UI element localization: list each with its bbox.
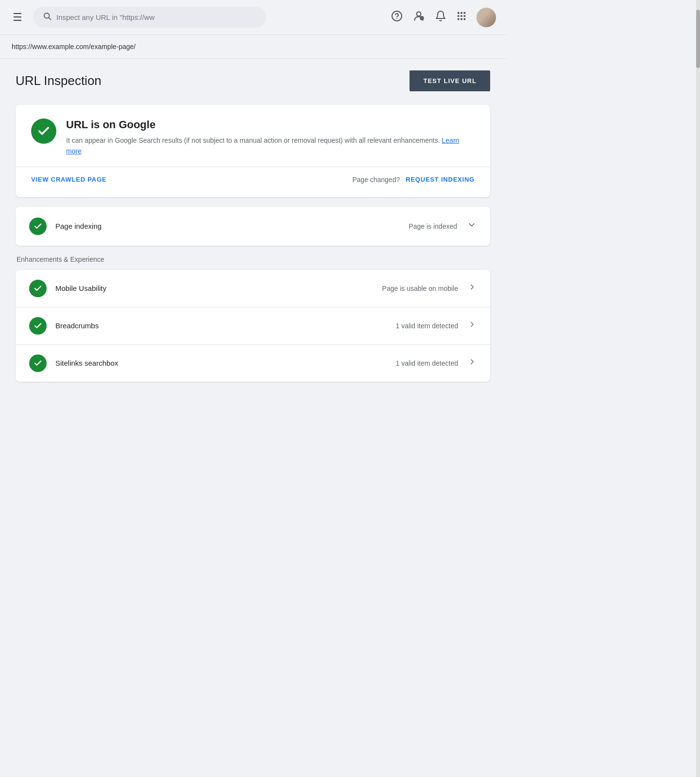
svg-rect-14 — [458, 18, 460, 20]
url-on-google-header: URL is on Google It can appear in Google… — [31, 118, 475, 157]
mobile-usability-check-icon — [29, 280, 47, 297]
chevron-down-icon[interactable] — [467, 220, 477, 232]
main-content: URL Inspection TEST LIVE URL URL is on G… — [0, 59, 506, 403]
test-live-url-button[interactable]: TEST LIVE URL — [410, 70, 490, 91]
menu-icon[interactable]: ☰ — [10, 8, 25, 27]
url-bar: https://www.example.com/example-page/ — [0, 35, 506, 59]
enhancements-card: Mobile Usability Page is usable on mobil… — [16, 270, 490, 382]
page-indexing-card[interactable]: Page indexing Page is indexed — [16, 207, 490, 246]
request-indexing-button[interactable]: REQUEST INDEXING — [406, 176, 475, 183]
enhancement-row-breadcrumbs[interactable]: Breadcrumbs 1 valid item detected — [16, 307, 490, 345]
page-changed-text: Page changed? — [352, 176, 400, 184]
indexing-check-icon — [29, 218, 47, 235]
chevron-right-icon-3[interactable] — [468, 357, 477, 369]
mobile-usability-label: Mobile Usability — [55, 284, 382, 292]
sitelinks-searchbox-label: Sitelinks searchbox — [55, 359, 396, 367]
search-bar[interactable] — [33, 7, 266, 28]
url-on-google-card: URL is on Google It can appear in Google… — [16, 105, 490, 197]
breadcrumbs-label: Breadcrumbs — [55, 321, 396, 330]
search-icon — [43, 12, 51, 23]
notifications-icon[interactable] — [435, 10, 446, 25]
svg-rect-10 — [464, 12, 466, 14]
svg-line-1 — [49, 17, 51, 19]
enhancements-title: Enhancements & Experience — [16, 255, 490, 263]
top-navigation: ☰ — [0, 0, 506, 35]
svg-rect-15 — [461, 18, 462, 20]
chevron-right-icon[interactable] — [468, 283, 477, 294]
account-settings-icon[interactable] — [412, 10, 425, 25]
svg-rect-9 — [461, 12, 462, 14]
search-input[interactable] — [56, 13, 256, 21]
enhancement-row-mobile-usability[interactable]: Mobile Usability Page is usable on mobil… — [16, 270, 490, 307]
view-crawled-page-button[interactable]: VIEW CRAWLED PAGE — [31, 176, 116, 183]
help-icon[interactable] — [391, 10, 403, 25]
sitelinks-check-icon — [29, 355, 47, 372]
avatar-image — [477, 8, 496, 27]
chevron-right-icon-2[interactable] — [468, 320, 477, 331]
enhancement-row-sitelinks-searchbox[interactable]: Sitelinks searchbox 1 valid item detecte… — [16, 345, 490, 382]
svg-rect-13 — [464, 15, 466, 17]
current-url: https://www.example.com/example-page/ — [12, 43, 136, 51]
url-on-google-description: URL is on Google It can appear in Google… — [66, 118, 475, 157]
page-indexing-label: Page indexing — [55, 222, 409, 230]
breadcrumbs-status: 1 valid item detected — [396, 322, 458, 330]
svg-rect-16 — [464, 18, 466, 20]
breadcrumbs-check-icon — [29, 317, 47, 335]
page-title: URL Inspection — [16, 73, 102, 88]
sitelinks-searchbox-status: 1 valid item detected — [396, 359, 458, 367]
url-on-google-content: URL is on Google It can appear in Google… — [16, 105, 490, 197]
url-on-google-heading: URL is on Google — [66, 118, 475, 131]
mobile-usability-status: Page is usable on mobile — [382, 285, 458, 292]
nav-icons — [391, 8, 496, 27]
success-check-icon — [31, 118, 56, 144]
svg-rect-11 — [458, 15, 460, 17]
svg-rect-12 — [461, 15, 462, 17]
apps-icon[interactable] — [456, 11, 467, 24]
page-header: URL Inspection TEST LIVE URL — [16, 70, 490, 91]
page-indexing-row: Page indexing Page is indexed — [16, 207, 490, 246]
page-indexing-status: Page is indexed — [409, 222, 457, 230]
card-actions: VIEW CRAWLED PAGE Page changed? REQUEST … — [31, 167, 475, 184]
url-on-google-body: It can appear in Google Search results (… — [66, 135, 475, 157]
svg-rect-8 — [458, 12, 460, 14]
svg-point-4 — [417, 12, 421, 16]
avatar[interactable] — [477, 8, 496, 27]
